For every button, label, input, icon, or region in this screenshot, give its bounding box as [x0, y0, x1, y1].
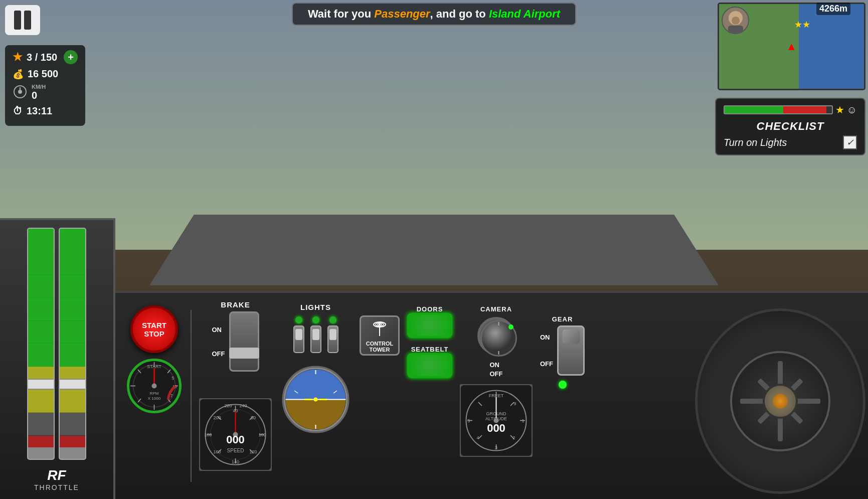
stars-value: 3 / 150 — [27, 52, 57, 63]
steering-wheel[interactable] — [695, 308, 865, 494]
svg-text:240: 240 — [239, 403, 247, 408]
brake-section: BRAKE ON OFF — [212, 300, 259, 372]
checkbox-icon: ✓ — [846, 137, 854, 148]
add-stars-button[interactable]: + — [64, 50, 78, 64]
light-toggle-1[interactable] — [293, 316, 304, 353]
horizon-gauge-wrapper — [279, 363, 352, 438]
doors-toggle[interactable] — [407, 313, 452, 338]
throttle-slider-left[interactable] — [27, 228, 55, 460]
svg-point-66 — [379, 323, 381, 325]
control-tower-button[interactable]: CONTROLTOWER — [360, 315, 400, 356]
left-stats-panel: ★ 3 / 150 + 💰 16 500 KM/H 0 ⏱ 13:11 — [5, 45, 85, 126]
gear-lever[interactable] — [557, 325, 585, 376]
checklist-item-1-text: Turn on Lights — [724, 137, 787, 148]
svg-point-70 — [508, 324, 513, 329]
stars-row: ★ 3 / 150 + — [13, 50, 78, 64]
light-toggle-2[interactable] — [310, 316, 321, 353]
rf-logo: RF — [47, 467, 66, 483]
pause-bar-right — [24, 11, 31, 30]
seatbelt-group: SEATBELT — [407, 346, 452, 378]
svg-text:000: 000 — [226, 433, 245, 446]
health-smiley-icon: ☺ — [847, 104, 857, 116]
mission-passenger: Passenger — [374, 8, 430, 20]
throttle-slider-right[interactable] — [59, 228, 86, 460]
svg-text:180: 180 — [204, 432, 212, 437]
minimap-water — [799, 4, 864, 89]
light-toggle-3[interactable] — [327, 316, 338, 353]
pause-button[interactable] — [5, 5, 40, 35]
divider-1 — [191, 310, 192, 482]
health-star-icon: ★ — [835, 104, 844, 116]
rpm-gauge-svg: START 5 6 7 RPM X 1000 — [125, 357, 183, 415]
horizon-svg — [279, 363, 352, 436]
pause-bar-left — [14, 11, 21, 30]
brake-speedo-section: BRAKE ON OFF — [199, 300, 272, 473]
avatar-svg — [723, 8, 748, 33]
speed-unit-label: KM/H — [32, 84, 46, 90]
gear-off-text: OFF — [540, 360, 553, 368]
lights-label: LIGHTS — [300, 303, 331, 311]
throttle-sliders — [27, 228, 86, 460]
speedo-gauge-wrapper: 40 80 100 120 140 160 180 200 220 240 00… — [199, 398, 272, 473]
svg-text:1: 1 — [522, 418, 524, 423]
toggle-light-2 — [312, 316, 319, 323]
coin-icon: 💰 — [13, 69, 24, 80]
runway — [149, 215, 719, 285]
stop-label: STOP — [144, 329, 164, 338]
speed-row: KM/H 0 — [13, 84, 78, 101]
checklist-title: checKLIST — [724, 120, 857, 133]
svg-text:100: 100 — [258, 432, 266, 437]
mission-mid: , and go to — [430, 8, 489, 20]
control-tower-section: CONTROLTOWER — [360, 300, 400, 356]
svg-text:200: 200 — [213, 415, 221, 420]
svg-point-56 — [314, 398, 318, 402]
start-stop-button[interactable]: START STOP — [130, 305, 178, 353]
clock-icon: ⏱ — [13, 105, 23, 117]
toggle-body-2[interactable] — [310, 325, 321, 353]
gear-indicator-light — [559, 381, 567, 389]
star-icon: ★ — [13, 51, 23, 64]
speedo-svg: 40 80 100 120 140 160 180 200 220 240 00… — [199, 398, 272, 471]
gear-off-label: OFF — [490, 370, 503, 378]
svg-point-4 — [732, 17, 740, 25]
gear-lever-knob — [562, 329, 580, 344]
minimap-star: ★★ — [794, 19, 810, 30]
health-bar — [724, 105, 833, 114]
throttle-panel: RF THROTTLE — [0, 218, 115, 499]
minimap: ★★ ▲ — [718, 3, 865, 90]
svg-text:160: 160 — [213, 449, 221, 454]
toggle-light-1 — [295, 316, 302, 323]
svg-point-21 — [152, 384, 157, 389]
gear-on-off-labels: ON OFF — [540, 334, 553, 368]
svg-text:000: 000 — [487, 422, 505, 434]
lights-toggle-section: LIGHTS — [279, 300, 352, 438]
checklist-checkbox-1[interactable]: ✓ — [843, 135, 857, 149]
camera-knob[interactable] — [477, 317, 515, 355]
time-row: ⏱ 13:11 — [13, 105, 78, 117]
svg-text:5: 5 — [171, 376, 174, 381]
brake-slider[interactable] — [229, 311, 259, 372]
throttle-knob-right — [59, 379, 86, 390]
mission-destination: Island Airport — [489, 8, 560, 20]
svg-text:3: 3 — [495, 445, 497, 450]
add-icon: + — [68, 52, 74, 63]
checklist-item-1: Turn on Lights ✓ — [724, 135, 857, 149]
toggle-body-3[interactable] — [327, 325, 338, 353]
toggle-body-1[interactable] — [293, 325, 304, 353]
camera-label: CAMERA — [480, 305, 512, 313]
svg-point-92 — [494, 418, 499, 423]
toggle-light-3 — [329, 316, 336, 323]
tower-signal-icon — [370, 318, 390, 339]
throttle-knob-left — [27, 379, 55, 390]
seatbelt-toggle[interactable] — [407, 353, 452, 378]
rpm-gauge-container: START 5 6 7 RPM X 1000 — [125, 357, 183, 415]
minimap-avatar — [722, 7, 749, 34]
svg-text:SPEED: SPEED — [227, 448, 244, 453]
wheel-inner — [730, 351, 830, 451]
mission-pre: Wait for you — [308, 8, 374, 20]
svg-text:80: 80 — [251, 415, 256, 420]
money-value: 16 500 — [28, 68, 58, 80]
lights-toggles — [293, 316, 338, 353]
toggle-lever-3 — [329, 329, 336, 340]
gear-on-text: ON — [540, 334, 553, 341]
